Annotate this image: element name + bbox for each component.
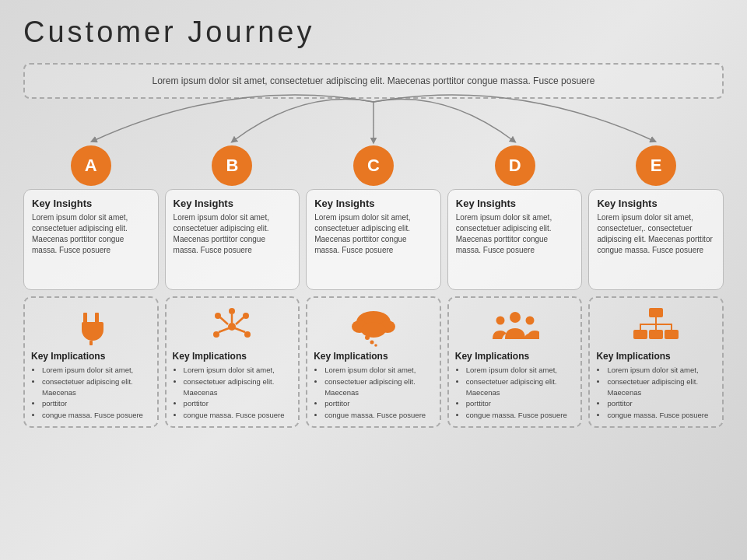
- svg-rect-32: [665, 330, 679, 339]
- implication-title-d: Key Implications: [455, 351, 575, 362]
- page: Customer Journey Lorem ipsum dolor sit a…: [0, 0, 747, 560]
- svg-rect-24: [649, 308, 663, 317]
- svg-rect-28: [633, 330, 647, 339]
- svg-line-7: [219, 328, 229, 332]
- bottom-card-a: Key Implications Lorem ipsum dolor sit a…: [30, 351, 153, 421]
- svg-point-19: [370, 341, 374, 345]
- top-card-e: Key Insights Lorem ipsum dolor sit amet,…: [588, 189, 724, 290]
- svg-point-20: [374, 344, 377, 347]
- icon-area-d: [454, 303, 577, 351]
- svg-point-17: [361, 322, 386, 338]
- team-icon: [491, 306, 539, 347]
- svg-rect-31: [671, 324, 672, 330]
- implications-outer-a: Key Implications Lorem ipsum dolor sit a…: [23, 296, 159, 428]
- column-d: D Key Insights Lorem ipsum dolor sit ame…: [447, 145, 583, 428]
- svg-rect-1: [95, 313, 99, 324]
- insights-title-a: Key Insights: [32, 198, 150, 209]
- top-card-b: Key Insights Lorem ipsum dolor sit amet,…: [165, 189, 300, 290]
- implication-list-a: Lorem ipsum dolor sit amet, consectetuer…: [31, 365, 151, 421]
- top-card-d: Key Insights Lorem ipsum dolor sit amet,…: [447, 189, 583, 290]
- implications-outer-c: Key Implications Lorem ipsum dolor sit a…: [306, 296, 441, 428]
- plug-icon: [71, 306, 111, 347]
- icon-area-c: [312, 303, 435, 351]
- insights-text-a: Lorem ipsum dolor sit amet, consectetuer…: [32, 212, 150, 256]
- insights-text-e: Lorem ipsum dolor sit amet, consectetuer…: [597, 212, 715, 256]
- insights-text-c: Lorem ipsum dolor sit amet, consectetuer…: [314, 212, 433, 256]
- implication-title-a: Key Implications: [31, 351, 151, 362]
- badge-a: A: [71, 145, 111, 186]
- svg-rect-27: [640, 324, 641, 330]
- insights-title-e: Key Insights: [597, 198, 715, 209]
- insights-text-d: Lorem ipsum dolor sit amet, consectetuer…: [456, 212, 574, 256]
- column-b: B Key Insights Lorem ipsum dolor sit ame…: [165, 145, 300, 428]
- svg-point-3: [228, 323, 236, 331]
- insights-title-d: Key Insights: [456, 198, 574, 209]
- svg-point-21: [510, 312, 521, 323]
- svg-rect-25: [655, 317, 657, 324]
- top-card-c: Key Insights Lorem ipsum dolor sit amet,…: [306, 189, 441, 290]
- svg-point-8: [244, 331, 251, 338]
- implication-title-b: Key Implications: [173, 351, 293, 362]
- svg-rect-29: [655, 324, 657, 330]
- column-e: E Key Insights Lorem ipsum dolor sit ame…: [588, 145, 724, 428]
- svg-line-11: [220, 317, 228, 324]
- implication-list-b: Lorem ipsum dolor sit amet, consectetuer…: [173, 365, 293, 421]
- insights-title-b: Key Insights: [174, 198, 292, 209]
- implication-title-c: Key Implications: [314, 351, 433, 362]
- svg-point-6: [213, 331, 219, 338]
- badge-b: B: [212, 145, 252, 186]
- svg-line-9: [235, 328, 245, 332]
- implications-outer-b: Key Implications Lorem ipsum dolor sit a…: [165, 296, 300, 428]
- implication-title-e: Key Implications: [596, 351, 716, 362]
- svg-point-23: [525, 317, 534, 325]
- implication-list-c: Lorem ipsum dolor sit amet, consectetuer…: [314, 365, 433, 421]
- hierarchy-icon: [632, 306, 680, 347]
- page-title: Customer Journey: [23, 16, 724, 49]
- implications-outer-e: Key Implications Lorem ipsum dolor sit a…: [588, 296, 724, 428]
- column-c: C Key Insights Lorem ipsum dolor sit ame…: [306, 145, 441, 428]
- icon-area-a: [30, 303, 153, 351]
- network-icon: [210, 306, 254, 347]
- svg-point-22: [496, 317, 504, 325]
- bottom-card-e: Key Implications Lorem ipsum dolor sit a…: [594, 351, 717, 421]
- top-card-a: Key Insights Lorem ipsum dolor sit amet,…: [23, 189, 159, 290]
- badge-e: E: [636, 145, 676, 186]
- intro-box: Lorem ipsum dolor sit amet, consectetuer…: [23, 63, 724, 99]
- svg-point-18: [365, 335, 370, 340]
- svg-rect-2: [89, 341, 93, 345]
- implication-list-d: Lorem ipsum dolor sit amet, consectetuer…: [455, 365, 575, 421]
- svg-line-13: [236, 317, 244, 324]
- bottom-card-d: Key Implications Lorem ipsum dolor sit a…: [454, 351, 577, 421]
- icon-area-e: [594, 303, 717, 351]
- insights-text-b: Lorem ipsum dolor sit amet, consectetuer…: [174, 212, 292, 256]
- icon-area-b: [171, 303, 294, 351]
- badge-c: C: [353, 145, 394, 186]
- bottom-card-b: Key Implications Lorem ipsum dolor sit a…: [171, 351, 294, 421]
- columns-wrapper: A Key Insights Lorem ipsum dolor sit ame…: [23, 145, 724, 428]
- implications-outer-d: Key Implications Lorem ipsum dolor sit a…: [447, 296, 583, 428]
- insights-title-c: Key Insights: [314, 198, 433, 209]
- column-a: A Key Insights Lorem ipsum dolor sit ame…: [23, 145, 159, 428]
- badge-d: D: [495, 145, 535, 186]
- arc-connectors: [23, 100, 724, 145]
- implication-list-e: Lorem ipsum dolor sit amet, consectetuer…: [596, 365, 716, 421]
- cloud-icon: [350, 306, 397, 347]
- intro-text: Lorem ipsum dolor sit amet, consectetuer…: [153, 75, 595, 86]
- svg-rect-30: [649, 330, 663, 339]
- svg-point-4: [229, 308, 235, 314]
- bottom-card-c: Key Implications Lorem ipsum dolor sit a…: [312, 351, 435, 421]
- svg-rect-0: [83, 313, 87, 324]
